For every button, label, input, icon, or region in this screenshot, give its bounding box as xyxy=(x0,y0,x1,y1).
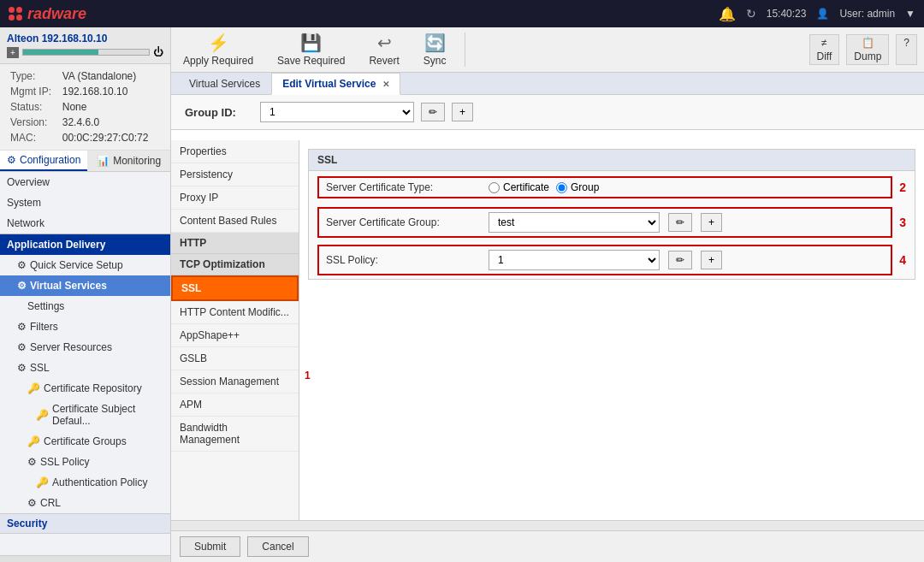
sidebar-device: Alteon 192.168.10.10 + ⏻ xyxy=(0,27,170,64)
gear-icon: ⚙ xyxy=(7,154,16,166)
left-nav-ssl[interactable]: SSL xyxy=(171,275,299,301)
version-value: 32.4.6.0 xyxy=(61,115,162,129)
left-nav-bandwidth[interactable]: Bandwidth Management xyxy=(171,417,299,452)
sidebar-item-ssl-policy[interactable]: ⚙ SSL Policy xyxy=(0,452,170,472)
submit-bar: Submit Cancel xyxy=(171,530,924,562)
virtual-services-label: Virtual Services xyxy=(30,280,107,292)
sidebar-item-virtual-services[interactable]: ⚙ Virtual Services xyxy=(0,275,170,296)
logo-dot xyxy=(9,7,15,13)
sidebar-scrollbar[interactable] xyxy=(0,555,170,562)
device-status-row: Status: None xyxy=(9,100,162,114)
mac-value: 00:0C:29:27:C0:72 xyxy=(61,131,162,145)
sidebar-item-server-resources[interactable]: ⚙ Server Resources xyxy=(0,337,170,358)
status-label: Status: xyxy=(9,100,59,114)
power-button[interactable]: + xyxy=(7,47,19,58)
sidebar-item-certificate-groups[interactable]: 🔑 Certificate Groups xyxy=(0,431,170,452)
bandwidth-label: Bandwidth Management xyxy=(180,422,240,446)
dump-button[interactable]: 📋 Dump xyxy=(846,34,889,65)
help-button[interactable]: ? xyxy=(896,34,917,65)
settings-label: Settings xyxy=(27,300,64,312)
cert-radio-certificate-input[interactable] xyxy=(489,182,500,193)
revert-button[interactable]: ↩ Revert xyxy=(364,31,404,68)
vs-tab-label: Virtual Services xyxy=(189,78,260,90)
sidebar-item-authentication-policy[interactable]: 🔑 Authentication Policy xyxy=(0,472,170,493)
left-nav-session-management[interactable]: Session Management xyxy=(171,370,299,393)
ssl-policy-add-button[interactable]: + xyxy=(701,251,722,269)
refresh-icon[interactable]: ↻ xyxy=(746,7,756,21)
power-icon: ⏻ xyxy=(153,46,163,58)
sidebar-item-quick-service-setup[interactable]: ⚙ Quick Service Setup xyxy=(0,255,170,275)
group-id-select[interactable]: 1 xyxy=(260,102,414,122)
tab-monitoring[interactable]: 📊 Monitoring xyxy=(87,151,170,171)
save-required-button[interactable]: 💾 Save Required xyxy=(272,31,350,68)
apm-label: APM xyxy=(180,399,202,411)
sidebar-item-network[interactable]: Network xyxy=(0,213,170,234)
logo-dot xyxy=(16,7,22,13)
left-nav-proxy-ip[interactable]: Proxy IP xyxy=(171,186,299,210)
left-nav-http-content[interactable]: HTTP Content Modific... xyxy=(171,301,299,324)
bell-icon[interactable]: 🔔 xyxy=(719,6,736,22)
apply-required-button[interactable]: ⚡ Apply Required xyxy=(178,31,258,68)
cert-radio1-label: Certificate xyxy=(503,181,549,193)
cert-group-add-button[interactable]: + xyxy=(701,213,722,232)
ssl-policy-select[interactable]: 1 xyxy=(489,250,660,270)
left-nav-gslb[interactable]: GSLB xyxy=(171,347,299,370)
sync-button[interactable]: 🔄 Sync xyxy=(418,31,452,68)
ssl-policy-row: SSL Policy: 1 ✏ + 4 xyxy=(309,241,915,279)
cert-radio-group-input[interactable] xyxy=(556,182,567,193)
left-nav-properties[interactable]: Properties xyxy=(171,140,299,163)
edit-vs-tab-label: Edit Virtual Service xyxy=(282,78,376,90)
tab-edit-virtual-service[interactable]: Edit Virtual Service ✕ xyxy=(271,73,400,95)
quick-service-label: Quick Service Setup xyxy=(30,259,123,271)
left-nav-persistency[interactable]: Persistency xyxy=(171,163,299,186)
tab-virtual-services[interactable]: Virtual Services xyxy=(178,73,271,94)
sidebar-item-filters[interactable]: ⚙ Filters xyxy=(0,316,170,337)
dropdown-icon[interactable]: ▼ xyxy=(905,8,915,20)
submit-button[interactable]: Submit xyxy=(180,536,240,557)
security-label: Security xyxy=(7,518,47,529)
group-id-label: Group ID: xyxy=(185,106,253,119)
sidebar-item-ssl[interactable]: ⚙ SSL xyxy=(0,358,170,378)
group-id-add-button[interactable]: + xyxy=(452,103,473,121)
tab-configuration[interactable]: ⚙ Configuration xyxy=(0,151,87,171)
horizontal-scrollbar[interactable] xyxy=(171,520,924,530)
left-nav-appshape[interactable]: AppShape++ xyxy=(171,324,299,347)
diff-button[interactable]: ≠ Diff xyxy=(809,34,840,65)
ssl-policy-edit-button[interactable]: ✏ xyxy=(668,251,692,269)
cancel-button[interactable]: Cancel xyxy=(247,536,308,557)
dump-label: Dump xyxy=(854,50,881,62)
mgmt-ip-value: 192.168.10.10 xyxy=(61,85,162,98)
save-label: Save Required xyxy=(277,55,345,67)
apply-icon: ⚡ xyxy=(208,33,229,53)
left-nav-apm[interactable]: APM xyxy=(171,393,299,417)
ssl-left-nav-label: SSL xyxy=(181,282,201,294)
auth-policy-icon: 🔑 xyxy=(36,476,49,488)
cert-radio-group-label[interactable]: Group xyxy=(556,181,599,193)
toolbar: ⚡ Apply Required 💾 Save Required ↩ Rever… xyxy=(171,27,924,73)
cert-group-select[interactable]: test xyxy=(489,212,660,233)
tab-close-icon[interactable]: ✕ xyxy=(382,80,389,89)
cert-group-row: Server Certificate Group: test ✏ + 3 xyxy=(309,204,915,241)
sidebar-item-system[interactable]: System xyxy=(0,192,170,213)
ssl-policy-label: SSL Policy: xyxy=(326,254,480,266)
cert-group-edit-button[interactable]: ✏ xyxy=(668,213,692,232)
sidebar-item-application-delivery[interactable]: Application Delivery xyxy=(0,234,170,255)
sidebar-item-overview[interactable]: Overview xyxy=(0,172,170,192)
http-content-label: HTTP Content Modific... xyxy=(180,306,289,318)
group-id-edit-button[interactable]: ✏ xyxy=(421,103,445,121)
cert-radio-certificate[interactable]: Certificate xyxy=(489,181,549,193)
content-area: ⚡ Apply Required 💾 Save Required ↩ Rever… xyxy=(171,27,924,562)
sidebar-item-certificate-repository[interactable]: 🔑 Certificate Repository xyxy=(0,378,170,399)
session-mgmt-label: Session Management xyxy=(180,376,279,387)
sidebar-security-section[interactable]: Security xyxy=(0,513,170,534)
content-based-rules-label: Content Based Rules xyxy=(180,215,276,227)
device-version-row: Version: 32.4.6.0 xyxy=(9,115,162,129)
ssl-section-header: SSL xyxy=(309,150,915,171)
sidebar-item-cert-subject-default[interactable]: 🔑 Certificate Subject Defaul... xyxy=(0,399,170,431)
left-nav-content-based-rules[interactable]: Content Based Rules xyxy=(171,210,299,233)
cert-radio2-label: Group xyxy=(571,181,599,193)
sidebar-item-settings[interactable]: Settings xyxy=(0,296,170,316)
sidebar-item-crl[interactable]: ⚙ CRL xyxy=(0,493,170,513)
diff-icon: ≠ xyxy=(821,37,827,49)
progress-bar-container xyxy=(22,49,150,56)
